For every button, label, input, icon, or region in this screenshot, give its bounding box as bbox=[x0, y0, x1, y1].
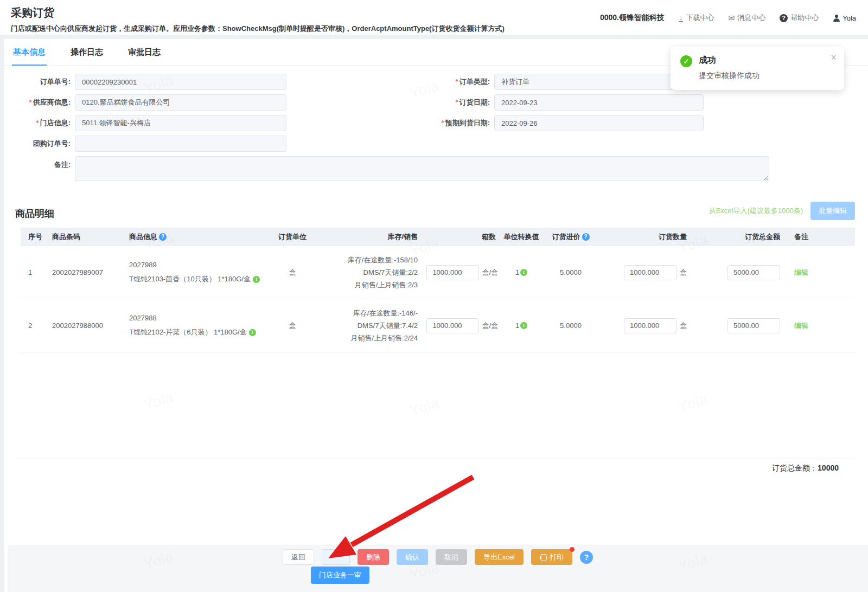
page-subtitle: 门店或配送中心向供应商发起订货，生成采购订单。应用业务参数：ShowCheckM… bbox=[11, 24, 857, 34]
order-no-input[interactable] bbox=[75, 74, 286, 90]
col-barcode: 商品条码 bbox=[52, 232, 129, 242]
stock-line: 月销售/上月销售:2/24 bbox=[314, 332, 418, 344]
amount-input[interactable] bbox=[727, 318, 780, 333]
required-mark: * bbox=[456, 78, 458, 86]
col-stock: 库存/销售 bbox=[314, 232, 418, 242]
submit-audit-button[interactable] bbox=[322, 549, 350, 565]
message-center-link[interactable]: ✉ 消息中心 bbox=[728, 13, 765, 23]
sku-code: 2027988 bbox=[129, 314, 271, 322]
content-card: 基本信息 操作日志 审批日志 订单单号: *订单类型: *供应商信息: *订货日… bbox=[4, 39, 868, 592]
supplier-label: *供应商信息: bbox=[4, 98, 71, 107]
table-row: 2 2002027988000 2027988 T馄饨2102-芹菜（6只装） … bbox=[21, 299, 855, 352]
download-center-link[interactable]: ↓ 下载中心 bbox=[679, 13, 714, 23]
user-menu[interactable]: Yola bbox=[833, 14, 856, 22]
remark-textarea[interactable] bbox=[75, 156, 769, 181]
store-audit-option[interactable]: 门店业务一审 bbox=[311, 567, 369, 584]
cell-box: 盒/盒 bbox=[418, 318, 500, 333]
back-button[interactable]: 返回 bbox=[283, 549, 314, 565]
cell-stock: 库存/在途数量:-158/10 DMS/7天销量:2/2 月销售/上月销售:2/… bbox=[314, 254, 418, 291]
toast-message: 提交审核操作成功 bbox=[699, 71, 760, 81]
edit-remark-link[interactable]: 编辑 bbox=[794, 321, 808, 330]
required-mark: * bbox=[29, 98, 32, 106]
user-icon bbox=[833, 15, 840, 22]
cell-remark: 编辑 bbox=[794, 268, 828, 278]
order-no-label: 订单单号: bbox=[4, 77, 71, 87]
required-mark: * bbox=[456, 98, 458, 106]
batch-edit-button[interactable]: 批量编辑 bbox=[810, 202, 855, 220]
cell-conv: 1! bbox=[500, 321, 542, 330]
toast-close-icon[interactable]: × bbox=[831, 53, 837, 62]
col-remark: 备注 bbox=[794, 232, 828, 242]
store-input[interactable] bbox=[75, 115, 286, 131]
page-help-button[interactable]: ? bbox=[580, 551, 593, 564]
cell-stock: 库存/在途数量:-146/- DMS/7天销量:7.4/2 月销售/上月销售:2… bbox=[314, 307, 418, 344]
cell-unit: 盒 bbox=[271, 321, 314, 331]
required-mark: * bbox=[36, 119, 39, 127]
print-button[interactable]: 打印 bbox=[531, 549, 572, 565]
cell-seq: 2 bbox=[21, 321, 52, 330]
col-amount: 订货总金额 bbox=[699, 232, 794, 242]
help-center-link[interactable]: ? 帮助中心 bbox=[780, 13, 819, 23]
goods-table-header: 序号 商品条码 商品信息? 订货单位 库存/销售 箱数 单位转换值 订货进价? … bbox=[21, 228, 855, 246]
col-qty: 订货数量 bbox=[599, 232, 699, 242]
order-type-label: *订单类型: bbox=[417, 77, 490, 87]
tab-basic-info[interactable]: 基本信息 bbox=[12, 39, 47, 66]
stock-line: 库存/在途数量:-146/- bbox=[314, 307, 418, 319]
export-excel-button[interactable]: 导出Excel bbox=[475, 549, 524, 565]
help-icon: ? bbox=[780, 14, 788, 22]
cell-amount bbox=[699, 318, 794, 333]
cell-barcode: 2002027989007 bbox=[52, 268, 129, 276]
required-mark: * bbox=[442, 119, 444, 127]
col-seq: 序号 bbox=[21, 232, 52, 242]
import-from-excel-link[interactable]: 从Excel导入(建议最多1000条) bbox=[709, 206, 803, 216]
col-unit: 订货单位 bbox=[271, 232, 314, 242]
print-badge-dot bbox=[570, 547, 575, 552]
product-name: T馄饨2103-茴香（10只装） 1*180G/盒 bbox=[129, 274, 251, 284]
confirm-button[interactable]: 确认 bbox=[397, 549, 428, 565]
footer-bar: 返回 门店业务一审 删除 确认 取消 导出Excel 打印 ? bbox=[8, 545, 868, 592]
expect-date-label: *预期到货日期: bbox=[417, 118, 490, 128]
cell-info: 2027988 T馄饨2102-芹菜（6只装） 1*180G/盒! bbox=[129, 314, 271, 337]
supplier-input[interactable] bbox=[75, 94, 286, 111]
stock-line: 库存/在途数量:-158/10 bbox=[314, 254, 418, 266]
order-total-label: 订货总金额： bbox=[772, 464, 818, 472]
edit-remark-link[interactable]: 编辑 bbox=[794, 268, 808, 276]
cell-qty: 盒 bbox=[599, 318, 699, 333]
goods-table: 序号 商品条码 商品信息? 订货单位 库存/销售 箱数 单位转换值 订货进价? … bbox=[21, 228, 855, 352]
delete-button[interactable]: 删除 bbox=[358, 549, 389, 565]
tab-approval-log[interactable]: 审批日志 bbox=[127, 39, 162, 66]
price-help-icon[interactable]: ? bbox=[582, 233, 590, 241]
conv-info-icon[interactable]: ! bbox=[520, 269, 527, 276]
qty-unit-label: 盒 bbox=[680, 268, 687, 278]
box-qty-input[interactable] bbox=[426, 318, 479, 333]
amount-input[interactable] bbox=[727, 265, 780, 280]
conv-info-icon[interactable]: ! bbox=[520, 322, 527, 329]
stock-line: DMS/7天销量:7.4/2 bbox=[314, 319, 418, 332]
cell-seq: 1 bbox=[21, 268, 52, 276]
top-header: 采购订货 门店或配送中心向供应商发起订货，生成采购订单。应用业务参数：ShowC… bbox=[0, 0, 868, 35]
box-qty-input[interactable] bbox=[426, 265, 479, 280]
cell-remark: 编辑 bbox=[794, 321, 828, 331]
col-price: 订货进价? bbox=[542, 232, 599, 242]
download-center-label: 下载中心 bbox=[686, 13, 714, 23]
company-name: 0000.领锋智能科技 bbox=[600, 13, 665, 23]
top-nav: 0000.领锋智能科技 ↓ 下载中心 ✉ 消息中心 ? 帮助中心 Yola bbox=[600, 13, 856, 23]
cell-amount bbox=[699, 265, 794, 280]
col-box: 箱数 bbox=[418, 232, 500, 242]
cell-conv: 1! bbox=[500, 268, 542, 276]
order-date-input[interactable] bbox=[494, 94, 704, 111]
store-label: *门店信息: bbox=[4, 118, 71, 128]
product-info-icon[interactable]: ! bbox=[249, 329, 256, 336]
info-help-icon[interactable]: ? bbox=[159, 233, 167, 241]
cancel-button[interactable]: 取消 bbox=[436, 549, 467, 565]
group-order-input[interactable] bbox=[75, 136, 286, 152]
product-info-icon[interactable]: ! bbox=[253, 276, 260, 283]
toast-title: 成功 bbox=[699, 55, 760, 66]
printer-icon bbox=[540, 554, 547, 561]
order-qty-input[interactable] bbox=[624, 265, 676, 280]
tab-operation-log[interactable]: 操作日志 bbox=[69, 39, 104, 66]
product-name: T馄饨2102-芹菜（6只装） 1*180G/盒 bbox=[129, 327, 247, 337]
expect-date-input[interactable] bbox=[494, 115, 704, 131]
order-qty-input[interactable] bbox=[624, 318, 676, 333]
order-date-label: *订货日期: bbox=[417, 98, 490, 107]
